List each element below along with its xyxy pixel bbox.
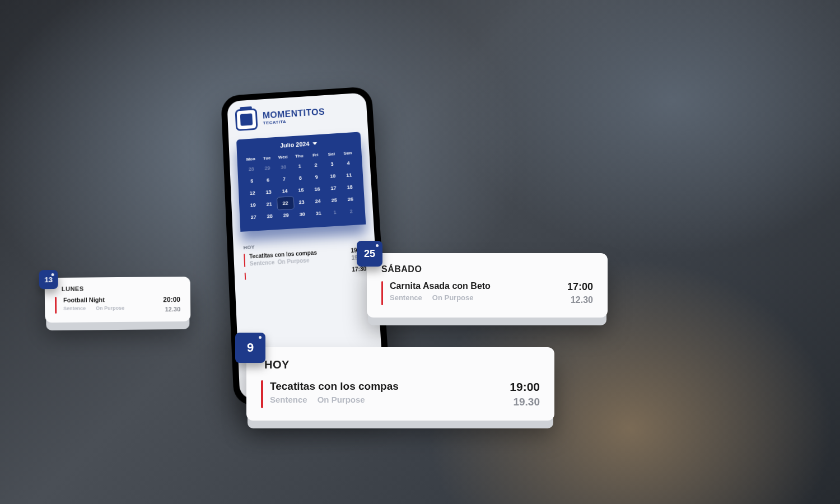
calendar-day[interactable]: 5 [244,175,260,188]
calendar-day[interactable]: 14 [276,185,293,198]
calendar-day[interactable]: 10 [324,170,341,183]
event-row[interactable]: Football Night SentenceOn Purpose 20:00 … [55,296,180,314]
event-title: Football Night [63,296,156,303]
calendar-day[interactable]: 24 [310,195,326,208]
calendar-day[interactable]: 22 [277,197,294,209]
calendar-day[interactable]: 23 [293,195,310,208]
event-card-sabado[interactable]: 25 SÁBADO Carnita Asada con Beto Sentenc… [367,253,608,318]
wordmark: MOMENTITOS TECATITA [263,108,325,125]
chevron-down-icon [312,142,317,144]
calendar-widget: Julio 2024 MonTueWedThuFriSatSun 2829301… [236,132,366,232]
agenda-item[interactable]: Tecatitas con los compasSentence On Purp… [244,247,366,267]
calendar-day[interactable]: 16 [309,183,325,195]
calendar-day[interactable]: 26 [342,193,359,206]
accent-bar [55,297,57,314]
accent-bar [244,254,245,267]
calendar-day[interactable]: 4 [340,157,357,170]
date-badge: 9 [235,333,265,363]
calendar-day[interactable]: 12 [244,186,261,199]
calendar-day[interactable]: 11 [340,169,357,181]
calendar-day[interactable]: 1 [326,206,343,218]
calendar-day[interactable]: 28 [262,209,278,222]
calendar-day[interactable]: 29 [259,162,276,175]
event-time: 17:00 [567,281,593,293]
calendar-day[interactable]: 27 [245,211,262,223]
app-brand: MOMENTITOS TECATITA [227,92,368,137]
event-time-end: 12.30 [567,295,593,305]
calendar-day[interactable]: 2 [307,158,324,171]
calendar-day[interactable]: 19 [245,199,262,212]
accent-bar [245,273,246,280]
card-day-label: LUNES [62,284,180,292]
agenda-sub [250,268,348,279]
month-label: Julio 2024 [280,141,310,149]
event-row[interactable]: Tecatitas con los compas SentenceOn Purp… [261,380,540,408]
calendar-day[interactable]: 17 [325,181,342,194]
calendar-grid[interactable]: 2829301234567891011121314151617181921222… [243,157,360,224]
calendar-day[interactable]: 30 [275,161,292,174]
event-row[interactable]: Carnita Asada con Beto SentenceOn Purpos… [381,281,593,305]
calendar-day[interactable]: 30 [294,208,311,221]
calendar-day[interactable]: 25 [326,194,343,207]
event-card-hoy[interactable]: 9 HOY Tecatitas con los compas SentenceO… [246,347,554,421]
agenda-panel: HOY Tecatitas con los compasSentence On … [233,230,377,286]
calendar-day[interactable]: 18 [341,181,358,194]
calendar-day[interactable]: 3 [324,157,340,170]
calendar-day[interactable]: 6 [260,174,277,186]
calendar-day[interactable]: 15 [292,184,309,197]
calendar-day[interactable]: 31 [310,207,327,220]
event-title: Carnita Asada con Beto [390,281,561,291]
calendar-day[interactable]: 9 [308,171,325,184]
agenda-time: 17:30 [352,265,366,272]
calendar-day[interactable]: 29 [278,209,295,222]
calendar-day[interactable]: 13 [260,185,277,198]
accent-bar [381,281,383,305]
event-time-end: 12.30 [163,306,180,312]
accent-bar [261,380,263,408]
agenda-time-end [352,273,367,273]
date-badge: 13 [39,270,58,289]
date-badge: 25 [357,241,382,267]
card-day-label: HOY [264,358,540,371]
calendar-day[interactable]: 28 [243,162,260,175]
event-time-end: 19.30 [510,396,540,408]
calendar-day[interactable]: 8 [292,171,309,184]
event-title: Tecatitas con los compas [270,380,503,393]
event-card-lunes[interactable]: 13 LUNES Football Night SentenceOn Purpo… [45,277,191,323]
calendar-day[interactable]: 7 [276,172,292,185]
calendar-day[interactable]: 2 [343,205,360,218]
event-time: 20:00 [163,296,180,304]
calendar-day[interactable]: 1 [291,160,308,172]
calendar-day[interactable]: 21 [261,198,278,211]
calendar-icon [235,108,258,131]
agenda-item[interactable]: 17:30 [245,265,367,279]
card-day-label: SÁBADO [381,264,593,274]
event-time: 19:00 [510,380,540,394]
